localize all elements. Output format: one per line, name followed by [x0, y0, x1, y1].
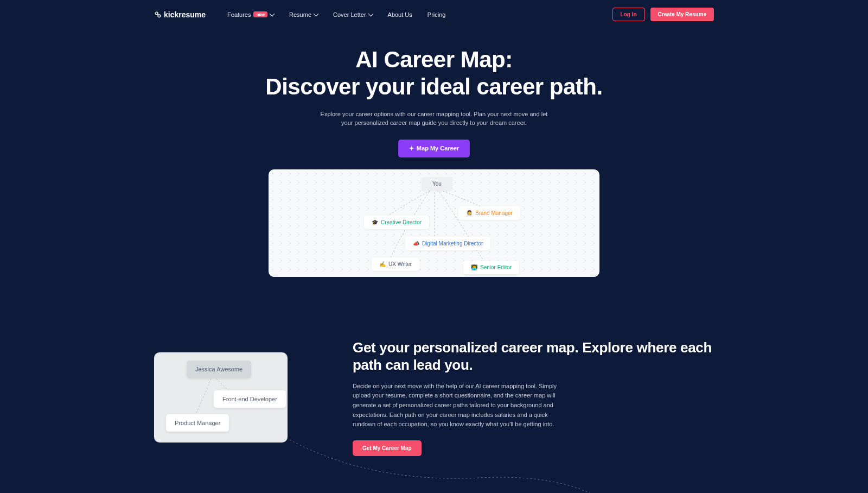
- map-node-ux-writer: ✍️ UX Writer: [372, 257, 419, 271]
- card-node-pm: Product Manager: [166, 414, 229, 432]
- nav-about[interactable]: About Us: [388, 11, 412, 18]
- section-personalized-map: Jessica Awesome Front-end Developer Prod…: [154, 339, 714, 456]
- map-node-senior-editor: 👨‍💻 Senior Editor: [463, 261, 519, 274]
- nav-actions: Log In Create My Resume: [612, 8, 714, 21]
- card-node-frontend: Front-end Developer: [214, 390, 286, 408]
- svg-line-2: [157, 14, 158, 15]
- chevron-down-icon: [368, 11, 373, 16]
- career-map-illustration: You 🎓 Creative Director 👩‍💼 Brand Manage…: [269, 169, 599, 277]
- nav-cover-letter[interactable]: Cover Letter: [333, 11, 373, 18]
- chevron-down-icon: [314, 11, 319, 16]
- login-button[interactable]: Log In: [612, 8, 645, 21]
- person-icon: 👩‍💼: [466, 210, 473, 216]
- svg-point-0: [155, 12, 158, 15]
- card-node-name: Jessica Awesome: [187, 361, 251, 378]
- personalized-card-illustration: Jessica Awesome Front-end Developer Prod…: [154, 352, 288, 443]
- brand-name: kickresume: [164, 10, 206, 19]
- section-text: Get your personalized career map. Explor…: [353, 339, 714, 456]
- sparkle-icon: ✦: [409, 145, 414, 152]
- nav-links: Features new Resume Cover Letter About U…: [227, 11, 612, 18]
- hero-section: AI Career Map: Discover your ideal caree…: [0, 29, 868, 290]
- nav-features[interactable]: Features new: [227, 11, 274, 18]
- map-node-digital-marketing: 📣 Digital Marketing Director: [405, 237, 490, 250]
- logo-icon: [154, 11, 162, 18]
- hero-title: AI Career Map: Discover your ideal caree…: [0, 46, 868, 101]
- svg-point-1: [158, 15, 161, 17]
- new-badge: new: [253, 11, 267, 17]
- map-node-brand-manager: 👩‍💼 Brand Manager: [458, 206, 520, 220]
- map-node-you: You: [422, 177, 452, 191]
- chevron-down-icon: [270, 11, 275, 16]
- hero-subtitle: Explore your career options with our car…: [315, 110, 553, 128]
- graduate-icon: 🎓: [372, 219, 378, 225]
- create-resume-button[interactable]: Create My Resume: [650, 8, 714, 21]
- map-career-button[interactable]: ✦ Map My Career: [398, 140, 470, 157]
- section-heading: Get your personalized career map. Explor…: [353, 339, 714, 374]
- section-body: Decide on your next move with the help o…: [353, 382, 559, 429]
- brand-logo[interactable]: kickresume: [154, 10, 206, 19]
- nav-pricing[interactable]: Pricing: [427, 11, 446, 18]
- writing-icon: ✍️: [379, 261, 386, 267]
- nav-resume[interactable]: Resume: [289, 11, 318, 18]
- map-node-creative-director: 🎓 Creative Director: [364, 216, 429, 229]
- megaphone-icon: 📣: [413, 241, 419, 246]
- main-nav: kickresume Features new Resume Cover Let…: [154, 0, 714, 29]
- editor-icon: 👨‍💻: [471, 264, 477, 270]
